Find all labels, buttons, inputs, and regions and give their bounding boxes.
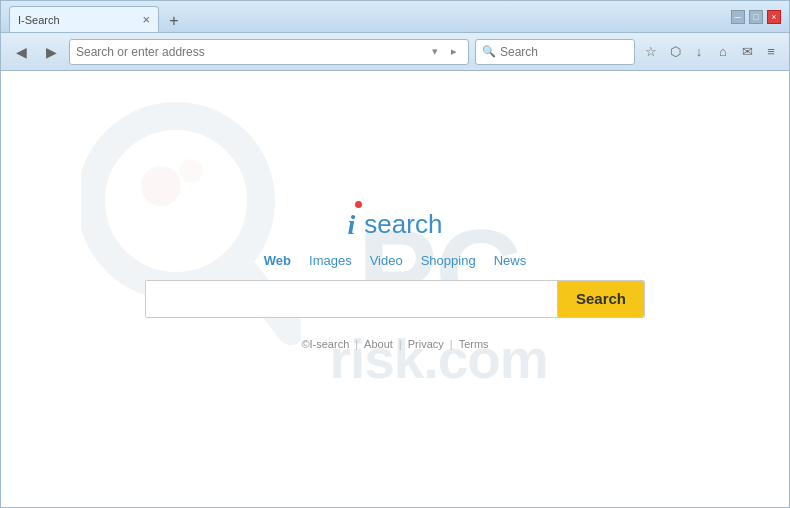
footer-privacy[interactable]: Privacy <box>408 338 444 350</box>
back-button[interactable]: ◀ <box>9 40 33 64</box>
tab-bar: I-Search × + <box>9 1 731 32</box>
nav-images[interactable]: Images <box>309 253 352 268</box>
logo-dot <box>355 201 362 208</box>
svg-point-1 <box>141 166 181 206</box>
logo-i: i <box>348 209 356 241</box>
nav-news[interactable]: News <box>494 253 527 268</box>
forward-button[interactable]: ▶ <box>39 40 63 64</box>
go-icon[interactable]: ▸ <box>446 44 462 60</box>
toolbar-icons: ☆ ⬡ ↓ ⌂ ✉ ≡ <box>641 42 781 62</box>
browser-search-input[interactable] <box>500 45 650 59</box>
pocket-icon[interactable]: ⬡ <box>665 42 685 62</box>
window-close-button[interactable]: × <box>767 10 781 24</box>
home-icon[interactable]: ⌂ <box>713 42 733 62</box>
tab-close-button[interactable]: × <box>142 13 150 26</box>
footer-copyright: ©I-search <box>301 338 349 350</box>
footer-terms[interactable]: Terms <box>459 338 489 350</box>
footer-sep-2: | <box>399 338 402 350</box>
nav-shopping[interactable]: Shopping <box>421 253 476 268</box>
search-navigation: Web Images Video Shopping News <box>264 253 526 268</box>
footer-links: ©I-search | About | Privacy | Terms <box>301 338 488 350</box>
browser-window: I-Search × + ─ □ × ◀ ▶ ▾ ▸ 🔍 <box>0 0 790 508</box>
footer-about[interactable]: About <box>364 338 393 350</box>
logo-search-text: search <box>364 209 442 240</box>
logo: i search <box>348 209 443 241</box>
menu-icon[interactable]: ≡ <box>761 42 781 62</box>
address-input[interactable] <box>76 45 423 59</box>
bookmark-star-icon[interactable]: ☆ <box>641 42 661 62</box>
main-content: i search Web Images Video Shopping News … <box>145 209 645 350</box>
address-bar[interactable]: ▾ ▸ <box>69 39 469 65</box>
tab-title: I-Search <box>18 14 136 26</box>
maximize-button[interactable]: □ <box>749 10 763 24</box>
window-controls: ─ □ × <box>731 10 781 24</box>
download-icon[interactable]: ↓ <box>689 42 709 62</box>
nav-video[interactable]: Video <box>370 253 403 268</box>
search-button[interactable]: Search <box>557 281 644 317</box>
dropdown-icon[interactable]: ▾ <box>427 44 443 60</box>
title-bar: I-Search × + ─ □ × <box>1 1 789 33</box>
minimize-button[interactable]: ─ <box>731 10 745 24</box>
new-tab-button[interactable]: + <box>163 10 185 32</box>
search-text-input[interactable] <box>146 281 557 317</box>
footer-sep-3: | <box>450 338 453 350</box>
svg-point-2 <box>179 159 203 183</box>
search-box: Search <box>145 280 645 318</box>
search-magnifier-icon: 🔍 <box>482 44 496 60</box>
nav-web[interactable]: Web <box>264 253 291 268</box>
back-icon: ◀ <box>16 44 27 60</box>
chat-icon[interactable]: ✉ <box>737 42 757 62</box>
active-tab[interactable]: I-Search × <box>9 6 159 32</box>
address-icons: ▾ ▸ <box>427 44 462 60</box>
forward-icon: ▶ <box>46 44 57 60</box>
page-content: PC risk.com i search Web Images Video Sh… <box>1 71 789 507</box>
browser-search-bar[interactable]: 🔍 <box>475 39 635 65</box>
navigation-bar: ◀ ▶ ▾ ▸ 🔍 ☆ ⬡ ↓ ⌂ ✉ ≡ <box>1 33 789 71</box>
footer-sep-1: | <box>355 338 358 350</box>
